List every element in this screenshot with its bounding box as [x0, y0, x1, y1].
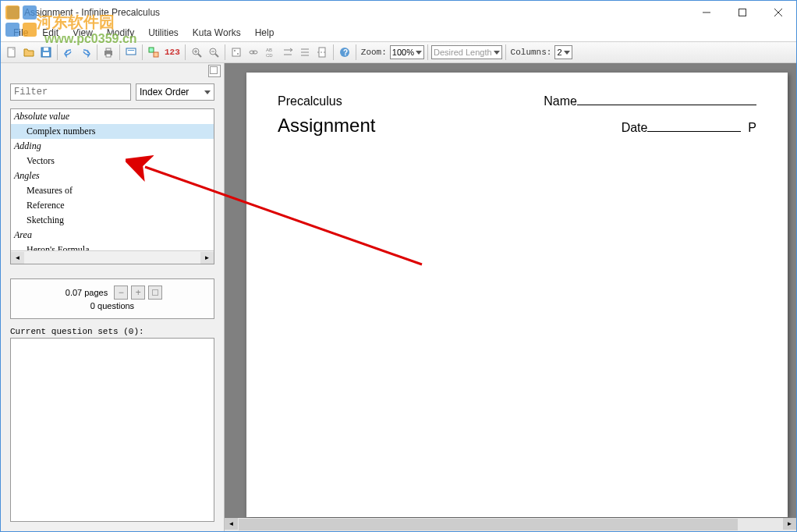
redo-icon — [80, 47, 91, 58]
zoom-out-button[interactable] — [206, 44, 221, 60]
svg-rect-11 — [126, 48, 136, 55]
tree-item[interactable]: Measures of — [11, 183, 214, 198]
columns-label: Columns: — [509, 48, 554, 57]
maximize-icon — [739, 9, 746, 16]
menu-view[interactable]: View — [66, 26, 99, 40]
open-button[interactable] — [21, 44, 37, 60]
menu-help[interactable]: Help — [249, 26, 281, 40]
titlebar: Assignment - Infinite Precalculus — [1, 1, 796, 24]
svg-point-23 — [234, 50, 236, 51]
menu-utilities[interactable]: Utilities — [142, 26, 185, 40]
chevron-down-icon — [416, 51, 422, 55]
properties-button[interactable] — [146, 44, 161, 60]
tree-category[interactable]: Angles — [11, 168, 214, 183]
scroll-right-button[interactable]: ► — [783, 518, 796, 530]
scroll-right-button[interactable]: ► — [200, 252, 214, 264]
document-area[interactable]: Precalculus Name Assignment Date P ◄ ► — [225, 63, 796, 531]
sort-combo[interactable]: Index Order — [136, 83, 214, 101]
new-file-button[interactable] — [4, 44, 19, 60]
chevron-down-icon — [204, 90, 211, 94]
doc-title: Assignment — [278, 115, 375, 137]
scroll-track[interactable] — [739, 518, 783, 531]
svg-rect-1 — [739, 9, 746, 16]
svg-rect-22 — [232, 48, 240, 56]
redo-button[interactable] — [78, 44, 94, 60]
scroll-thumb[interactable] — [239, 519, 738, 530]
toolbar: 123 ABCD ? Zoom: 100% Desired Length Col… — [1, 41, 796, 63]
spacing-button[interactable] — [297, 44, 313, 60]
question-sets-panel[interactable] — [10, 338, 214, 522]
columns-combo[interactable]: 2 — [554, 45, 572, 59]
menu-file[interactable]: File — [7, 26, 34, 40]
zoom-combo[interactable]: 100% — [390, 45, 424, 59]
separator — [97, 44, 97, 60]
doc-period-label: P — [748, 121, 756, 134]
save-button[interactable] — [38, 44, 54, 60]
svg-rect-14 — [154, 52, 158, 57]
filter-input[interactable] — [10, 83, 131, 101]
increase-button[interactable]: + — [131, 286, 145, 300]
filter-row: Index Order — [1, 80, 224, 104]
document-hscroll[interactable]: ◄ ► — [225, 518, 796, 531]
svg-rect-6 — [43, 52, 49, 56]
tree-category[interactable]: Adding — [11, 139, 214, 154]
separator — [119, 44, 120, 60]
page-break-button[interactable] — [314, 44, 330, 60]
svg-text:?: ? — [343, 48, 348, 57]
properties-icon — [148, 47, 159, 58]
zoom-in-button[interactable] — [189, 44, 204, 60]
tree-item[interactable]: Complex numbers — [11, 124, 214, 139]
sort-az-icon: ABCD — [265, 47, 276, 58]
undo-icon — [63, 47, 74, 58]
svg-text:AB: AB — [266, 48, 272, 52]
menu-modify[interactable]: Modify — [101, 26, 140, 40]
print-button[interactable] — [101, 44, 116, 60]
minimize-button[interactable] — [689, 1, 724, 24]
decrease-button[interactable]: − — [114, 286, 128, 300]
menu-kuta-works[interactable]: Kuta Works — [186, 26, 247, 40]
stats-panel: 0.07 pages − + 0 questions — [10, 278, 214, 319]
scroll-left-button[interactable]: ◄ — [225, 518, 238, 530]
regen-button[interactable] — [228, 44, 244, 60]
menubar: File Edit View Modify Utilities Kuta Wor… — [1, 24, 796, 41]
tree-item[interactable]: Heron's Formula — [11, 243, 214, 250]
link-button[interactable] — [246, 44, 261, 60]
doc-subject: Precalculus — [278, 94, 342, 108]
stat-small-button[interactable] — [148, 286, 162, 300]
undo-button[interactable] — [61, 44, 76, 60]
tree-item[interactable]: Vectors — [11, 154, 214, 168]
topic-tree-panel: Absolute valueComplex numbersAddingVecto… — [10, 108, 214, 264]
zoom-label: Zoom: — [360, 48, 388, 57]
tree-category[interactable]: Area — [11, 228, 214, 243]
svg-point-26 — [253, 51, 257, 54]
sort-button[interactable]: ABCD — [263, 44, 278, 60]
page-break-icon — [317, 47, 328, 58]
zoom-out-icon — [208, 47, 219, 58]
numbering-label[interactable]: 123 — [163, 48, 182, 57]
svg-rect-12 — [128, 50, 134, 51]
topic-tree[interactable]: Absolute valueComplex numbersAddingVecto… — [11, 109, 214, 250]
maximize-button[interactable] — [724, 1, 760, 24]
minimize-icon — [703, 9, 710, 16]
tree-category[interactable]: Absolute value — [11, 109, 214, 124]
doc-date-label: Date — [622, 121, 648, 134]
help-button[interactable]: ? — [337, 44, 352, 60]
tree-item[interactable]: Sketching — [11, 213, 214, 228]
length-combo[interactable]: Desired Length — [431, 45, 502, 59]
menu-edit[interactable]: Edit — [36, 26, 65, 40]
detach-panel-button[interactable] — [208, 65, 221, 77]
scroll-left-button[interactable]: ◄ — [11, 252, 24, 264]
scramble-icon — [282, 47, 293, 58]
page-preview: Precalculus Name Assignment Date P — [246, 73, 788, 517]
presentation-button[interactable] — [123, 44, 139, 60]
svg-text:CD: CD — [266, 53, 273, 58]
questions-count: 0 questions — [87, 300, 137, 312]
separator — [142, 44, 143, 60]
scramble-button[interactable] — [280, 44, 296, 60]
window-title: Assignment - Infinite Precalculus — [24, 7, 689, 18]
tree-hscroll[interactable]: ◄ ► — [11, 250, 214, 264]
close-button[interactable] — [760, 1, 796, 24]
sidebar: Index Order Absolute valueComplex number… — [1, 63, 225, 531]
tree-item[interactable]: Reference — [11, 198, 214, 213]
main-area: Index Order Absolute valueComplex number… — [1, 63, 796, 531]
